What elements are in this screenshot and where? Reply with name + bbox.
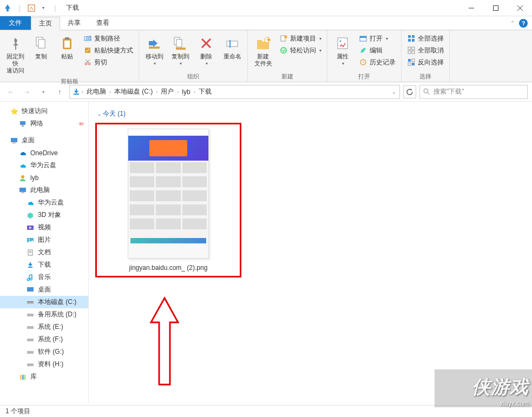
pin-to-quick-access-button[interactable]: 固定到快 速访问 [3,32,27,76]
open-button[interactable]: 打开▾ [357,32,398,44]
qat-dropdown-icon[interactable]: ▾ [38,3,49,14]
search-input[interactable]: 搜索"下载" [419,85,528,99]
sidebar-desktop[interactable]: 桌面 [0,283,88,296]
onedrive-icon [18,149,27,157]
minimize-button[interactable] [459,0,483,16]
svg-line-51 [428,92,430,95]
svg-rect-57 [19,188,26,192]
copy-path-button[interactable]: abc复制路径 [81,32,135,44]
sidebar-drive-c[interactable]: 本地磁盘 (C:) [0,296,88,308]
cloud-icon [18,161,27,170]
back-button[interactable]: ← [4,85,17,98]
invert-selection-button[interactable]: 反向选择 [405,56,446,68]
qat-separator: | [14,3,25,14]
tab-share[interactable]: 共享 [60,16,89,30]
sidebar-drive-d[interactable]: 备用系统 (D:) [0,308,88,321]
paste-shortcut-button[interactable]: 粘贴快捷方式 [81,44,135,56]
refresh-button[interactable] [403,85,416,98]
ribbon-collapse-icon[interactable]: ⌃ [510,20,515,26]
svg-rect-19 [149,47,160,49]
sidebar-documents[interactable]: 文档 [0,246,88,259]
sidebar-music[interactable]: 音乐 [0,271,88,283]
help-icon[interactable]: ? [519,19,528,28]
copy-to-button[interactable]: 复制到▾ [168,32,192,68]
sidebar-libraries[interactable]: 库 [0,370,88,383]
breadcrumb-item[interactable]: 本地磁盘 (C:) [112,87,155,96]
sidebar-pictures[interactable]: 图片 [0,234,88,246]
sidebar-user[interactable]: lyb [0,171,88,184]
svg-point-30 [285,36,287,38]
move-to-button[interactable]: 移动到▾ [142,32,166,68]
svg-rect-76 [24,375,25,380]
svg-rect-0 [6,9,9,11]
breadcrumb-item[interactable]: 此电脑 [84,87,108,96]
history-button[interactable]: 历史记录 [357,56,398,68]
breadcrumb-item[interactable]: lyb [180,88,192,96]
downloads-icon [72,88,81,96]
recent-dropdown[interactable]: ▾ [37,85,50,98]
content-pane[interactable]: ⌄今天 (1) jingyan.baidu.com_ (2).png [89,102,532,403]
sidebar-drive-f[interactable]: 系统 (F:) [0,333,88,346]
rename-icon [224,35,241,52]
maximize-button[interactable] [483,0,508,16]
sidebar-drive-g[interactable]: 软件 (G:) [0,346,88,358]
new-folder-button[interactable]: ✦ 新建 文件夹 [251,32,275,69]
user-icon [18,174,27,182]
sidebar-videos[interactable]: 视频 [0,221,88,234]
close-button[interactable] [508,0,532,16]
sidebar-quick-access[interactable]: ⭐快速访问 [0,105,88,117]
breadcrumb[interactable]: › 此电脑› 本地磁盘 (C:)› 用户› lyb› 下载 ⌄ [69,85,400,99]
sidebar-drive-h[interactable]: 资料 (H:) [0,358,88,370]
tab-view[interactable]: 查看 [89,16,117,30]
paste-button[interactable]: 粘贴 [55,32,79,62]
svg-rect-35 [360,36,366,38]
properties-icon [334,35,351,52]
breadcrumb-item[interactable]: 用户 [159,87,176,96]
delete-icon [198,35,215,52]
sidebar-desktop-root[interactable]: 桌面 [0,134,88,147]
sidebar-3d-objects[interactable]: 3D 对象 [0,209,88,221]
music-icon [26,273,35,282]
sidebar-drive-e[interactable]: 系统 (E:) [0,321,88,333]
properties-button[interactable]: 属性▾ [331,32,354,68]
svg-rect-72 [27,351,34,354]
delete-button[interactable]: 删除▾ [194,32,218,68]
group-header-today[interactable]: ⌄今天 (1) [97,109,526,118]
pictures-icon [26,236,35,244]
tab-home[interactable]: 主页 [31,17,60,30]
address-dropdown-icon[interactable]: ⌄ [392,89,396,95]
sidebar-huawei-cloud[interactable]: 华为云盘 [0,159,88,171]
sidebar-this-pc[interactable]: 此电脑 [0,184,88,196]
forward-button[interactable]: → [21,85,34,98]
sidebar-downloads[interactable]: 下载 [0,259,88,271]
qat-separator: | [50,3,61,14]
sidebar-network[interactable]: 网络 [0,117,88,130]
sidebar-onedrive[interactable]: OneDrive [0,147,88,159]
svg-rect-70 [27,326,34,329]
new-item-button[interactable]: 新建项目▾ [277,32,324,44]
new-item-icon [279,34,288,43]
svg-rect-54 [11,138,17,142]
pc-icon [18,186,27,195]
rename-button[interactable]: 重命名 [220,32,244,62]
easy-access-button[interactable]: 轻松访问▾ [277,44,324,56]
select-all-button[interactable]: 全部选择 [405,32,446,44]
path-icon: abc [83,34,92,43]
drive-icon [26,298,35,307]
edit-button[interactable]: 编辑 [357,44,398,56]
up-button[interactable]: ↑ [53,85,66,98]
copy-button[interactable]: 复制 [29,32,53,62]
network-icon [18,120,27,128]
file-item[interactable]: jingyan.baidu.com_ (2).png [95,123,241,277]
new-folder-icon: ✦ [254,35,272,52]
edit-icon [359,46,367,55]
sidebar-huawei-cloud-2[interactable]: 华为云盘 [0,196,88,209]
drive-icon [26,310,35,319]
qat-properties-icon[interactable] [26,3,37,14]
breadcrumb-item[interactable]: 下载 [196,87,214,96]
svg-rect-65 [28,267,32,268]
tab-file[interactable]: 文件 [0,16,31,30]
cut-button[interactable]: 剪切 [81,56,135,68]
navigation-pane[interactable]: ⭐快速访问 网络 桌面 OneDrive 华为云盘 lyb 此电脑 华为云盘 3… [0,102,89,403]
select-none-button[interactable]: 全部取消 [405,44,446,56]
